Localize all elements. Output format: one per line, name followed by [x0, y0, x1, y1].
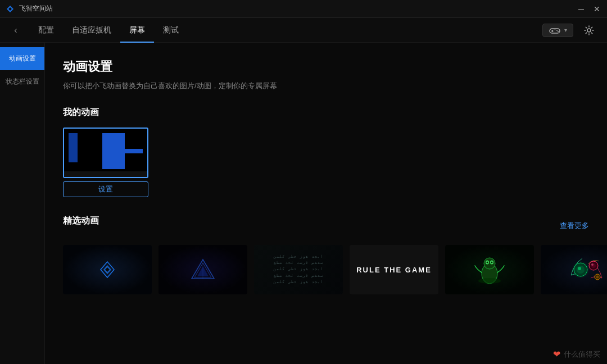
app-logo-icon [6, 4, 15, 13]
anim-black-cutout-bottom [125, 153, 143, 169]
featured-card-2[interactable] [158, 245, 247, 294]
anim-bottom-bar [64, 171, 147, 177]
window-controls: ─ ✕ [577, 4, 601, 13]
controller-icon [549, 26, 561, 34]
watermark-heart-icon: ❤ [553, 349, 560, 360]
tab-screen[interactable]: 屏幕 [120, 18, 154, 43]
featured-card-4[interactable]: RULE THE GAME [350, 245, 438, 294]
svg-point-17 [484, 258, 495, 269]
svg-point-21 [491, 262, 493, 263]
controller-button[interactable]: ▾ [542, 24, 573, 37]
card-2-inner [158, 245, 247, 294]
nav-bar: ‹ 配置 自适应扳机 屏幕 测试 ▾ [0, 18, 607, 43]
back-button[interactable]: ‹ [9, 24, 22, 37]
featured-card-5[interactable] [445, 245, 534, 294]
card-3-inner: ابجد هوز حطي كلمن سعفص قرشت ثخذ ضظغ ابجد… [254, 245, 343, 294]
featured-card-3[interactable]: ابجد هوز حطي كلمن سعفص قرشت ثخذ ضظغ ابجد… [254, 245, 343, 294]
svg-point-22 [478, 278, 501, 284]
featured-grid: ابجد هوز حطي كلمن سعفص قرشت ثخذ ضظغ ابجد… [63, 245, 589, 294]
triangle-glow-icon [191, 258, 215, 281]
tab-test[interactable]: 测试 [154, 18, 188, 43]
gear-icon [583, 25, 595, 36]
animation-preview-inner [64, 129, 147, 177]
settings-button[interactable] [580, 21, 598, 39]
card-5-inner [445, 245, 534, 294]
minimize-button[interactable]: ─ [577, 4, 586, 13]
featured-section: 精选动画 查看更多 [63, 215, 589, 294]
main-layout: 动画设置 状态栏设置 动画设置 你可以把小飞动画替换为自己喜欢的图片/动图，定制… [0, 43, 607, 364]
card-1-inner [63, 245, 152, 294]
svg-point-5 [556, 30, 558, 31]
controller-dropdown-icon: ▾ [564, 27, 567, 33]
green-creature-icon [467, 250, 512, 289]
svg-point-20 [487, 262, 488, 263]
svg-point-31 [572, 261, 589, 278]
watermark: ❤ 什么值得买 [553, 349, 600, 360]
svg-rect-4 [551, 30, 554, 31]
my-animation-title: 我的动画 [63, 107, 589, 119]
view-more-button[interactable]: 查看更多 [560, 221, 589, 231]
svg-rect-7 [554, 29, 556, 30]
svg-point-28 [591, 263, 594, 266]
colorful-orbs-icon [563, 250, 607, 289]
rule-text-container: RULE THE GAME [356, 265, 432, 275]
sidebar-item-animation[interactable]: 动画设置 [0, 47, 44, 70]
featured-card-1[interactable] [63, 245, 152, 294]
close-button[interactable]: ✕ [592, 4, 601, 13]
watermark-text: 什么值得买 [564, 349, 600, 360]
svg-point-8 [587, 29, 591, 32]
sidebar-item-statusbar[interactable]: 状态栏设置 [0, 70, 44, 93]
rule-the-game-text: RULE THE GAME [356, 266, 432, 274]
svg-point-30 [596, 276, 599, 279]
sidebar: 动画设置 状态栏设置 [0, 43, 45, 364]
tab-adaptive[interactable]: 自适应扳机 [63, 18, 120, 43]
app-title: 飞智空间站 [19, 4, 577, 13]
content-area: 动画设置 你可以把小飞动画替换为自己喜欢的图片/动图，定制你的专属屏幕 我的动画 [45, 43, 607, 364]
page-description: 你可以把小飞动画替换为自己喜欢的图片/动图，定制你的专属屏幕 [63, 81, 589, 91]
card-4-inner: RULE THE GAME [350, 245, 438, 294]
featured-title: 精选动画 [63, 215, 99, 227]
text-pattern: ابجد هوز حطي كلمن سعفص قرشت ثخذ ضظغ ابجد… [254, 252, 343, 288]
card-6-inner [541, 245, 607, 294]
featured-header: 精选动画 查看更多 [63, 215, 589, 236]
nav-right: ▾ [542, 21, 598, 39]
nav-tabs: 配置 自适应扳机 屏幕 测试 [29, 18, 542, 43]
page-title: 动画设置 [63, 58, 589, 75]
svg-point-6 [558, 31, 559, 32]
title-bar: 飞智空间站 ─ ✕ [0, 0, 607, 18]
anim-left-bar [69, 133, 78, 162]
anim-black-cutout-top [125, 133, 143, 149]
feizhi-logo-icon [97, 260, 117, 280]
tab-config[interactable]: 配置 [29, 18, 63, 43]
animation-preview[interactable] [63, 128, 148, 178]
featured-card-6[interactable] [541, 245, 607, 294]
set-animation-button[interactable]: 设置 [63, 181, 148, 197]
my-animation-section: 我的动画 设置 [63, 107, 589, 197]
